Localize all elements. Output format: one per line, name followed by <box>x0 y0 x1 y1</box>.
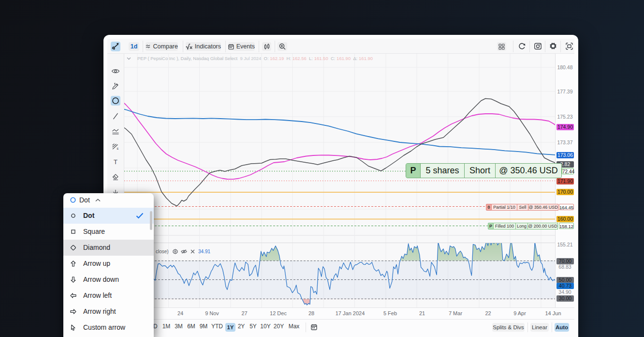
svg-text:T: T <box>114 158 117 165</box>
svg-text:E: E <box>117 147 119 150</box>
